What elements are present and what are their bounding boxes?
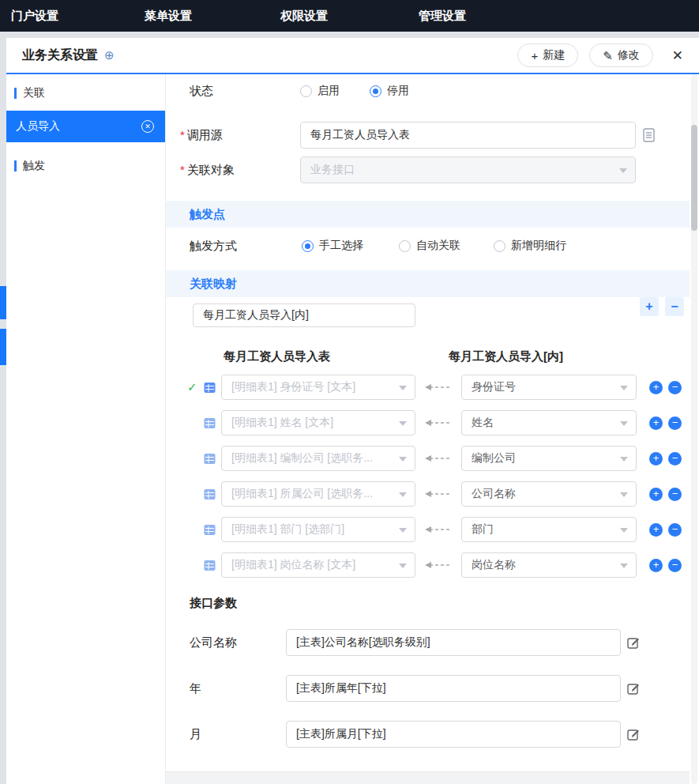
item-marker bbox=[14, 88, 17, 99]
sidebar-item-label: 人员导入 bbox=[16, 119, 60, 134]
mapping-left-select[interactable]: [明细表1] 所属公司 [选职务... bbox=[221, 481, 415, 507]
mapping-right-value: 部门 bbox=[472, 522, 494, 537]
add-row-button[interactable]: + bbox=[649, 523, 663, 537]
plus-icon: + bbox=[531, 50, 538, 62]
modify-button[interactable]: ✎ 修改 bbox=[589, 43, 653, 67]
param-company-input[interactable]: [主表]公司名称[选职务级别] bbox=[286, 629, 621, 656]
close-circle-icon[interactable]: ✕ bbox=[141, 120, 154, 133]
radio-icon bbox=[300, 85, 312, 97]
mapping-row: [明细表1] 姓名 [文本] 姓名 + − bbox=[166, 410, 690, 435]
nav-item-management-settings[interactable]: 管理设置 bbox=[419, 0, 466, 32]
radio-disable[interactable]: 停用 bbox=[370, 83, 409, 99]
remove-row-button[interactable]: − bbox=[668, 381, 682, 394]
edit-icon[interactable] bbox=[627, 636, 640, 649]
relation-object-label: *关联对象 bbox=[180, 156, 235, 183]
mapping-right-select[interactable]: 姓名 bbox=[461, 410, 637, 435]
param-year-value: [主表]所属年[下拉] bbox=[296, 681, 386, 695]
trigger-method-label: 触发方式 bbox=[190, 239, 237, 254]
mapping-right-select[interactable]: 部门 bbox=[461, 517, 637, 542]
param-month-input[interactable]: [主表]所属月[下拉] bbox=[286, 721, 621, 748]
remove-row-button[interactable]: − bbox=[668, 488, 682, 501]
table-icon bbox=[204, 382, 216, 394]
mapping-right-select[interactable]: 身份证号 bbox=[461, 375, 637, 400]
top-nav: 门户设置 菜单设置 权限设置 管理设置 bbox=[0, 0, 699, 32]
mapping-source-input[interactable]: 每月工资人员导入[内] bbox=[193, 303, 415, 327]
radio-icon bbox=[370, 85, 381, 97]
remove-row-button[interactable]: − bbox=[668, 523, 682, 537]
header-actions: + 新建 ✎ 修改 ✕ bbox=[517, 43, 683, 67]
chevron-down-icon bbox=[620, 386, 628, 390]
scrollbar-thumb[interactable] bbox=[691, 125, 697, 231]
radio-manual-select[interactable]: 手工选择 bbox=[302, 238, 363, 254]
mapping-right-select[interactable]: 公司名称 bbox=[461, 481, 637, 507]
chevron-down-icon bbox=[620, 528, 628, 533]
mapping-left-select[interactable]: [明细表1] 编制公司 [选职务... bbox=[221, 446, 415, 471]
add-row-button[interactable]: + bbox=[649, 488, 663, 501]
dialog-header: 业务关系设置 ⊕ + 新建 ✎ 修改 ✕ bbox=[6, 38, 699, 74]
radio-label: 新增明细行 bbox=[511, 239, 566, 253]
form-content: 状态 启用 停用 *调用源 每月工资人员导入表 *关联对象 业务接口 触发点 bbox=[166, 74, 690, 784]
param-company-label: 公司名称 bbox=[190, 629, 237, 656]
mapping-column-right-header: 每月工资人员导入[内] bbox=[449, 349, 563, 364]
list-icon[interactable] bbox=[643, 128, 656, 142]
remove-mapping-button[interactable]: − bbox=[665, 297, 684, 316]
sidebar-item-personnel-import[interactable]: 人员导入 ✕ bbox=[6, 111, 165, 142]
sidebar-item-relation[interactable]: 关联 bbox=[6, 79, 165, 107]
edit-icon[interactable] bbox=[627, 682, 640, 695]
add-row-button[interactable]: + bbox=[649, 381, 663, 394]
section-relation-mapping: 关联映射 bbox=[166, 270, 690, 297]
table-icon bbox=[204, 524, 216, 536]
arrow-left-icon bbox=[422, 490, 453, 498]
nav-item-portal-settings[interactable]: 门户设置 bbox=[11, 0, 58, 32]
sidebar-item-label: 关联 bbox=[23, 86, 45, 100]
chevron-down-icon bbox=[399, 386, 407, 390]
item-marker bbox=[14, 160, 17, 172]
radio-add-detail-row[interactable]: 新增明细行 bbox=[494, 238, 566, 254]
radio-auto-relate[interactable]: 自动关联 bbox=[399, 238, 460, 254]
relation-object-select[interactable]: 业务接口 bbox=[300, 156, 636, 183]
scrollbar-track[interactable] bbox=[691, 74, 697, 784]
bottom-divider bbox=[166, 771, 690, 784]
nav-item-permission-settings[interactable]: 权限设置 bbox=[280, 0, 328, 32]
mapping-left-select[interactable]: [明细表1] 部门 [选部门] bbox=[221, 517, 415, 542]
add-row-button[interactable]: + bbox=[649, 559, 663, 572]
param-year-input[interactable]: [主表]所属年[下拉] bbox=[286, 675, 621, 702]
add-mapping-button[interactable]: + bbox=[640, 297, 659, 316]
link-icon[interactable]: ⊕ bbox=[104, 48, 115, 62]
arrow-left-icon bbox=[422, 419, 453, 427]
mapping-source-value: 每月工资人员导入[内] bbox=[203, 308, 309, 322]
remove-row-button[interactable]: − bbox=[668, 452, 682, 466]
new-button[interactable]: + 新建 bbox=[517, 43, 578, 67]
required-marker: * bbox=[180, 163, 185, 176]
mapping-left-select[interactable]: [明细表1] 姓名 [文本] bbox=[221, 410, 415, 435]
radio-label: 停用 bbox=[387, 84, 409, 98]
chevron-down-icon bbox=[399, 492, 407, 497]
mapping-left-select[interactable]: [明细表1] 身份证号 [文本] bbox=[221, 375, 415, 400]
mapping-left-select[interactable]: [明细表1] 岗位名称 [文本] bbox=[221, 552, 415, 578]
mapping-right-select[interactable]: 岗位名称 bbox=[461, 552, 637, 578]
call-source-label: *调用源 bbox=[180, 122, 223, 149]
chevron-down-icon bbox=[399, 528, 407, 533]
call-source-input[interactable]: 每月工资人员导入表 bbox=[300, 122, 636, 149]
check-icon: ✓ bbox=[187, 380, 197, 394]
call-source-label-text: 调用源 bbox=[187, 128, 223, 141]
add-row-button[interactable]: + bbox=[649, 416, 663, 430]
nav-item-menu-settings[interactable]: 菜单设置 bbox=[145, 0, 192, 32]
param-company-value: [主表]公司名称[选职务级别] bbox=[296, 635, 430, 650]
mapping-row: [明细表1] 部门 [选部门] 部门 + − bbox=[166, 517, 690, 542]
mapping-row: ✓ [明细表1] 身份证号 [文本] 身份证号 + − bbox=[166, 375, 690, 400]
remove-row-button[interactable]: − bbox=[668, 416, 682, 430]
table-icon bbox=[204, 560, 216, 571]
close-icon[interactable]: ✕ bbox=[672, 47, 683, 64]
mapping-right-value: 身份证号 bbox=[472, 380, 516, 394]
arrow-left-icon bbox=[422, 526, 453, 533]
add-row-button[interactable]: + bbox=[649, 452, 663, 466]
section-interface-params: 接口参数 bbox=[190, 596, 237, 611]
sidebar-item-trigger[interactable]: 触发 bbox=[6, 152, 165, 180]
edit-icon[interactable] bbox=[627, 728, 640, 741]
edit-icon: ✎ bbox=[603, 50, 613, 62]
mapping-right-select[interactable]: 编制公司 bbox=[461, 446, 637, 471]
remove-row-button[interactable]: − bbox=[668, 559, 682, 572]
radio-enable[interactable]: 启用 bbox=[300, 83, 340, 99]
mapping-right-value: 编制公司 bbox=[472, 451, 516, 466]
